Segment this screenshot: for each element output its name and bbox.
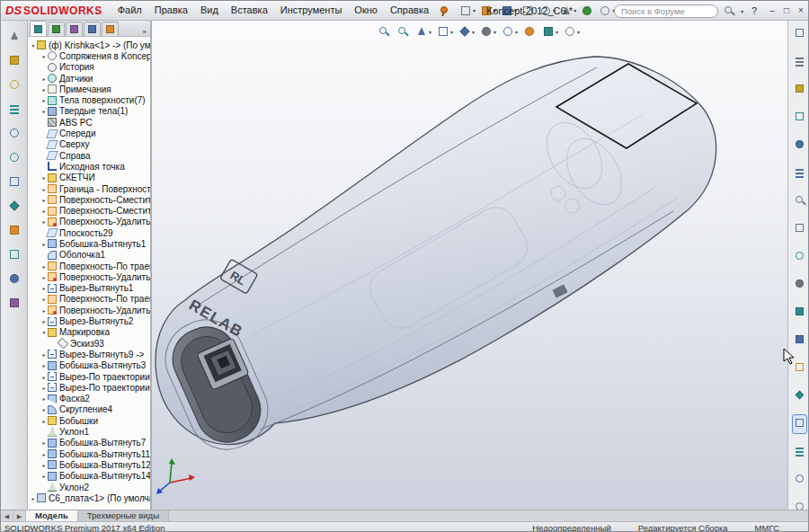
- new-file-button[interactable]: ▾: [458, 4, 476, 18]
- tab-scroll-right[interactable]: ▶: [13, 510, 26, 521]
- rectangle-tool[interactable]: [6, 173, 22, 190]
- tree-item[interactable]: ▸ Поверхность-По траектории: [29, 294, 150, 305]
- expand-arrow-icon[interactable]: ▸: [40, 395, 48, 402]
- tree-item[interactable]: ▸ Бобышка-Вытянуть11: [29, 448, 150, 459]
- appearances-scenes[interactable]: [793, 137, 806, 155]
- tree-item[interactable]: ▸ СКЕТЧИ: [29, 173, 150, 183]
- expand-arrow-icon[interactable]: ▸: [40, 473, 48, 479]
- tree-item[interactable]: ▸ Бобышки: [29, 415, 150, 426]
- zoom-tool[interactable]: [793, 192, 806, 210]
- close-button[interactable]: ×: [794, 2, 808, 20]
- tree-item[interactable]: ▾ (ф) Krishka<1> -> (По умолчани: [29, 40, 150, 50]
- task-pane-home[interactable]: [793, 25, 806, 43]
- minimize-button[interactable]: –: [765, 2, 779, 20]
- expand-arrow-icon[interactable]: ▸: [40, 362, 48, 368]
- search-chevron-down-icon[interactable]: ▾: [741, 8, 743, 14]
- expand-arrow-icon[interactable]: ▸: [40, 296, 48, 302]
- tree-item[interactable]: ▸ Бобышка-Вытянуть7: [29, 438, 150, 448]
- file-explorer[interactable]: [793, 81, 806, 99]
- curves-panel[interactable]: [793, 387, 806, 405]
- edit-appearance-button[interactable]: [522, 24, 538, 39]
- expand-arrow-icon[interactable]: ▸: [40, 274, 48, 280]
- trim-tool[interactable]: [6, 222, 22, 238]
- circle-tool[interactable]: [6, 125, 22, 141]
- mirror-entities-tool[interactable]: [6, 295, 22, 311]
- menu-item[interactable]: Справка: [384, 1, 435, 20]
- menu-item[interactable]: Вставка: [225, 1, 274, 20]
- tab-featuremanager[interactable]: [30, 21, 47, 36]
- tab-configurationmanager[interactable]: [66, 22, 83, 36]
- expand-arrow-icon[interactable]: ▸: [40, 439, 48, 446]
- zoom-fit-button[interactable]: [377, 24, 392, 39]
- tree-item[interactable]: ▸ Поверхность-Удалить2: [29, 305, 150, 315]
- expand-arrow-icon[interactable]: ▾: [40, 329, 48, 335]
- smart-dimension-tool[interactable]: [6, 76, 22, 93]
- document-tab[interactable]: Трехмерные виды: [78, 510, 169, 521]
- help-button[interactable]: ?: [748, 5, 760, 16]
- expand-arrow-icon[interactable]: ▸: [40, 374, 48, 380]
- tree-item[interactable]: Уклон1: [29, 426, 150, 437]
- expand-arrow-icon[interactable]: ▸: [40, 307, 48, 314]
- tree-item[interactable]: ▸ Вырез-По траектории3: [29, 382, 150, 393]
- menu-item[interactable]: Файл: [111, 1, 148, 20]
- apply-scene-button[interactable]: ▾: [541, 24, 559, 39]
- section-tool[interactable]: [793, 220, 806, 238]
- surfaces-panel[interactable]: [793, 359, 806, 377]
- mass-properties-tool[interactable]: [793, 276, 806, 294]
- rebuild-button[interactable]: [580, 4, 595, 18]
- pattern-feature[interactable]: [793, 443, 806, 461]
- tree-item[interactable]: ▸ Поверхность-Удалить1: [29, 271, 150, 282]
- line-tool[interactable]: [6, 101, 22, 117]
- menu-item[interactable]: Окно: [348, 1, 384, 20]
- tree-item[interactable]: История: [29, 62, 150, 73]
- tab-displaymanager[interactable]: [102, 22, 119, 36]
- tree-item[interactable]: ▸ Примечания: [29, 84, 150, 94]
- tree-item[interactable]: ▸ Бобышка-Вытянуть3: [29, 360, 150, 371]
- tree-item[interactable]: ▸ Скругление4: [29, 404, 150, 415]
- convert-entities-tool[interactable]: [6, 246, 22, 262]
- view-settings-button[interactable]: ▾: [563, 24, 581, 39]
- tree-item[interactable]: ▸ Бобышка-Вытянуть1: [29, 238, 150, 249]
- expand-arrow-icon[interactable]: ▸: [40, 208, 48, 214]
- tree-item[interactable]: Исходная точка: [29, 161, 150, 172]
- expand-arrow-icon[interactable]: ▸: [40, 197, 48, 203]
- expand-arrow-icon[interactable]: ▸: [40, 241, 48, 247]
- custom-properties[interactable]: [793, 164, 806, 182]
- tree-item[interactable]: ▾ Маркировка: [29, 327, 150, 338]
- tree-item[interactable]: Справа: [29, 150, 150, 161]
- expand-arrow-icon[interactable]: ▾: [30, 42, 37, 49]
- menu-item[interactable]: Вид: [194, 1, 225, 20]
- pin-menu-icon[interactable]: [437, 5, 448, 16]
- tree-item[interactable]: ▸ Бобышка-Вытянуть12: [29, 459, 150, 470]
- spline-tool[interactable]: [6, 198, 22, 214]
- zoom-area-button[interactable]: [396, 24, 411, 39]
- previous-view-button[interactable]: ▾: [414, 24, 432, 39]
- sketch-panel[interactable]: [793, 304, 806, 322]
- tree-item[interactable]: ▸ Вырез-По траектории1: [29, 371, 150, 382]
- select-tool[interactable]: [6, 28, 22, 44]
- tree-item[interactable]: ▸ Вырез-Вытянуть9 ->: [29, 349, 150, 359]
- tab-dimxpertmanager[interactable]: [84, 22, 101, 36]
- arc-tool[interactable]: [6, 149, 22, 165]
- features-panel[interactable]: [793, 332, 806, 350]
- fillet-feature[interactable]: [793, 471, 806, 489]
- search-icon[interactable]: [723, 4, 735, 17]
- tree-item[interactable]: ▸ Вырез-Вытянуть2: [29, 315, 150, 326]
- menu-item[interactable]: Правка: [148, 1, 194, 20]
- tree-item[interactable]: ▸ Поверхность-По траектории: [29, 261, 150, 271]
- expand-arrow-icon[interactable]: ▸: [40, 108, 48, 114]
- expand-arrow-icon[interactable]: ▸: [40, 218, 48, 225]
- expand-arrow-icon[interactable]: ▸: [40, 263, 48, 270]
- mirror-feature[interactable]: [793, 415, 806, 433]
- tree-item[interactable]: ▸ Фаска2: [29, 394, 150, 404]
- panel-flyout-arrow[interactable]: »: [139, 28, 150, 36]
- tree-item[interactable]: ▸ Сопряжения в Koncept-2012_С: [29, 50, 150, 61]
- expand-arrow-icon[interactable]: ▸: [40, 406, 48, 412]
- measure-tool[interactable]: [793, 248, 806, 266]
- expand-arrow-icon[interactable]: ▸: [40, 174, 48, 181]
- tree-item[interactable]: Плоскость29: [29, 227, 150, 238]
- expand-arrow-icon[interactable]: ▸: [40, 462, 48, 468]
- restore-button[interactable]: □: [779, 2, 794, 20]
- expand-arrow-icon[interactable]: ▸: [40, 75, 48, 82]
- 3d-model-canvas[interactable]: RL RELAB: [152, 21, 787, 510]
